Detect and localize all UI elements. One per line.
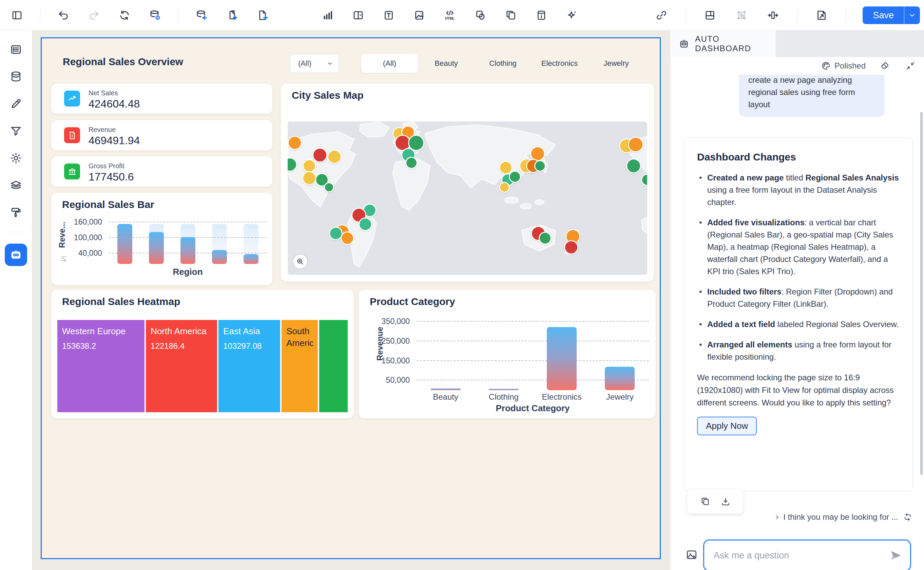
duplicate-page-add-icon[interactable]	[225, 8, 240, 23]
y-tick-label: 40,000	[78, 249, 102, 258]
city-dot-red	[312, 148, 327, 162]
bar-electronics	[547, 327, 577, 390]
save-options-chevron-icon[interactable]	[904, 6, 920, 24]
assistant-response-card: Dashboard Changes Created a new page tit…	[684, 137, 913, 491]
save-button[interactable]: Save	[863, 6, 920, 24]
image-upload-icon[interactable]	[685, 548, 698, 561]
city-dot-yellow	[302, 171, 317, 185]
kpi-card-net-sales[interactable]: Net Sales 424604.48	[51, 83, 272, 114]
save-button-label[interactable]: Save	[863, 6, 904, 24]
insert-text-icon[interactable]	[381, 8, 396, 23]
map-zoom-control[interactable]	[292, 254, 308, 270]
palette-icon[interactable]	[821, 61, 831, 71]
bar-jewelry	[605, 367, 635, 390]
suggestion-text[interactable]: I think you may be looking for ...	[783, 512, 898, 522]
svg-text:$: $	[71, 134, 73, 137]
layout-icon[interactable]	[702, 8, 717, 23]
ask-input[interactable]	[714, 550, 890, 561]
chart-title: City Sales Map	[292, 90, 364, 101]
linkbar-option-beauty[interactable]: Beauty	[418, 54, 474, 73]
sidebar-item-edit-icon[interactable]	[8, 96, 24, 112]
sidebar-divider	[6, 232, 26, 232]
insert-chart-icon[interactable]	[320, 8, 335, 23]
city-dot-green	[626, 158, 641, 173]
collapse-horizontal-icon[interactable]	[766, 8, 780, 23]
add-page-icon[interactable]	[255, 8, 270, 23]
region-filter-value: (All)	[298, 59, 327, 68]
world-map[interactable]	[288, 121, 647, 275]
sidebar-item-filter-icon[interactable]	[8, 123, 24, 139]
apply-now-button[interactable]: Apply Now	[697, 417, 757, 435]
send-icon[interactable]	[890, 549, 902, 562]
treemap-block-south-america[interactable]: South America	[281, 320, 318, 412]
tab-auto-dashboard[interactable]: AUTO DASHBOARD	[670, 31, 776, 57]
dashboard-page[interactable]: Regional Sales Overview (All) (All) Beau…	[41, 37, 661, 559]
city-dot-orange	[288, 136, 302, 150]
sidebar-item-data-icon[interactable]	[8, 69, 24, 84]
ai-sparkle-icon[interactable]	[564, 8, 579, 23]
region-filter-dropdown[interactable]: (All)	[290, 54, 339, 73]
city-dot-orange	[628, 137, 644, 152]
insert-filter-widget-icon[interactable]	[351, 8, 366, 23]
regional-sales-bar-widget[interactable]: Regional Sales Bar Reve... 40,000100,000…	[51, 193, 272, 285]
suggestion-row[interactable]: › I think you may be looking for ...	[776, 512, 912, 522]
refresh-icon[interactable]	[117, 8, 132, 23]
sidebar-item-catalog-icon[interactable]	[8, 42, 24, 57]
page-resize-icon[interactable]	[814, 8, 829, 23]
sidebar-item-theme-icon[interactable]	[8, 205, 24, 220]
y-tick-label: 50,000	[386, 375, 410, 385]
canvas-area: Regional Sales Overview (All) (All) Beau…	[32, 31, 670, 570]
download-icon[interactable]	[721, 496, 731, 507]
copy-icon[interactable]	[700, 496, 710, 507]
list-item: Added a text field labeled Regional Sale…	[697, 318, 900, 331]
expand-chevron-icon[interactable]: ›	[776, 512, 779, 522]
sidebar-toggle-icon[interactable]	[9, 8, 24, 23]
collapse-panel-icon[interactable]	[906, 61, 915, 70]
kpi-value: 177450.6	[89, 171, 134, 183]
x-axis-label: Region	[109, 267, 267, 277]
chat-area: create a new page analyzing regional sal…	[670, 75, 924, 570]
insert-image-icon[interactable]	[412, 8, 427, 23]
info-card-icon[interactable]	[534, 8, 549, 23]
city-dots-layer	[288, 121, 647, 275]
linkbar-option-electronics[interactable]: Electronics	[531, 54, 588, 73]
copy-widget-icon[interactable]	[503, 8, 518, 23]
product-category-waterfall-widget[interactable]: Product Category Revenue 50,000150,00025…	[359, 290, 656, 418]
kpi-card-gross-profit[interactable]: Gross Profit 177450.6	[51, 156, 272, 187]
linkbar-option-jewelry[interactable]: Jewelry	[588, 54, 644, 73]
bar-slot	[109, 219, 141, 264]
insert-shape-icon[interactable]	[473, 8, 488, 23]
city-dot-green	[538, 232, 552, 245]
treemap-block-western-europe[interactable]: Western Europe153638.2	[57, 320, 144, 412]
bars	[109, 219, 267, 264]
dataset-pause-icon[interactable]	[148, 8, 162, 23]
treemap-block[interactable]	[319, 320, 348, 412]
changes-list: Created a new page titled Regional Sales…	[697, 172, 900, 363]
linkbar-option-clothing[interactable]: Clothing	[474, 54, 531, 73]
eraser-icon[interactable]	[880, 61, 890, 71]
y-tick-label: 150,000	[382, 356, 410, 365]
treemap-label: North America	[151, 325, 212, 337]
city-sales-map-widget[interactable]: City Sales Map	[281, 83, 654, 282]
add-dataset-icon[interactable]	[194, 8, 209, 23]
linkbar-option-all[interactable]: (All)	[361, 54, 418, 73]
regional-sales-heatmap-widget[interactable]: Regional Sales Heatmap Western Europe153…	[51, 290, 354, 418]
link-icon[interactable]	[654, 8, 669, 23]
axis-pager-icon[interactable]	[60, 254, 70, 264]
city-dot-orange	[341, 231, 354, 245]
bar-north-america	[149, 232, 164, 264]
treemap-block-north-america[interactable]: North America122186.4	[146, 320, 217, 412]
kpi-card-revenue[interactable]: $ Revenue 469491.94	[51, 120, 272, 150]
treemap-value: 122186.4	[151, 341, 212, 351]
sidebar-item-layers-icon[interactable]	[8, 178, 24, 193]
treemap-block-east-asia[interactable]: East Asia103297.08	[219, 320, 280, 412]
sidebar-item-auto-dashboard-robot-icon[interactable]	[5, 244, 27, 266]
x-tick-label: Beauty	[416, 392, 474, 402]
regenerate-icon[interactable]	[903, 512, 912, 522]
undo-icon[interactable]	[56, 8, 71, 23]
insert-html-icon[interactable]: HTML	[442, 8, 457, 23]
bar-slot	[141, 219, 172, 264]
sidebar-item-settings-icon[interactable]	[8, 150, 24, 166]
page-title: Regional Sales Overview	[63, 56, 183, 67]
panel-scrollbar[interactable]	[920, 112, 922, 475]
